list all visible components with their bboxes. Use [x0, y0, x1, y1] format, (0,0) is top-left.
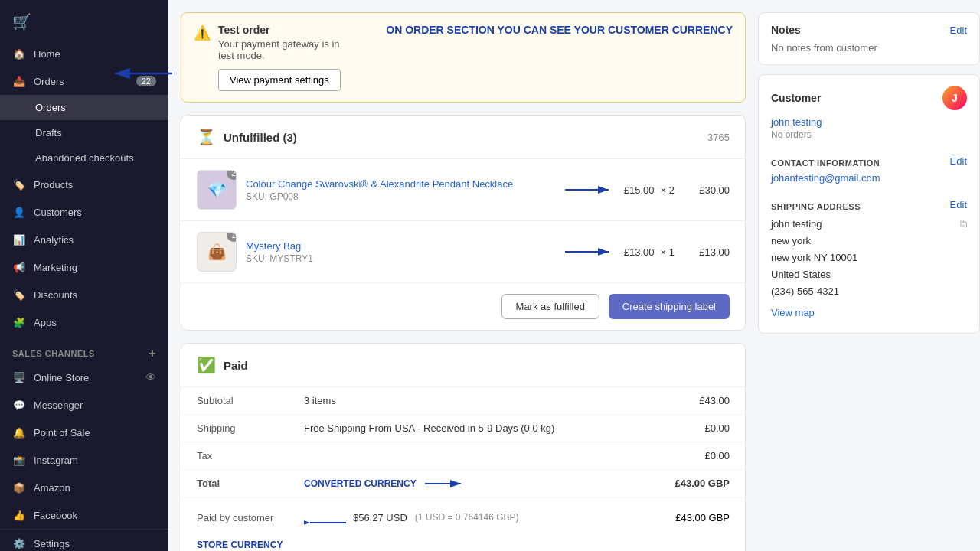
marketing-icon: 📢 [12, 260, 26, 274]
item-1-sku: SKU: GP008 [246, 191, 552, 202]
store-currency-annotation-row: STORE CURRENCY [181, 536, 745, 551]
add-sales-channel-icon[interactable]: + [149, 347, 156, 360]
customer-name-link[interactable]: john testing [771, 116, 822, 128]
shipping-address-header: SHIPPING ADDRESS Edit [771, 193, 967, 216]
customer-card: Customer J john testing No orders CONTAC… [758, 74, 980, 334]
sidebar-item-discounts[interactable]: 🏷️ Discounts [0, 281, 168, 308]
shipping-amount: £0.00 [668, 422, 730, 434]
sidebar-item-analytics[interactable]: 📊 Analytics [0, 226, 168, 253]
paid-by-customer-label: Paid by customer [197, 512, 304, 523]
paid-status-label: Paid [224, 359, 730, 372]
shipping-address-edit[interactable]: Edit [950, 199, 967, 210]
item-2-name[interactable]: Mystery Bag [246, 240, 552, 252]
item-1-image: 💎 2 [197, 170, 237, 210]
contact-info-header: CONTACT INFORMATION Edit [771, 149, 967, 172]
notes-card: Notes Edit No notes from customer [758, 12, 980, 65]
sidebar-item-products[interactable]: 🏷️ Products [0, 171, 168, 198]
item-2-sku: SKU: MYSTRY1 [246, 253, 552, 264]
order-item-1: 💎 2 Colour Change Swarovski® & Alexandri… [181, 159, 745, 221]
warning-icon: ⚠️ [194, 24, 211, 41]
notes-title: Notes [771, 24, 801, 36]
item-2-total: £13.00 [684, 246, 730, 258]
tax-label: Tax [197, 450, 304, 461]
sidebar-item-orders-sub[interactable]: Orders [0, 95, 168, 120]
address-line3: new york NY 10001 [771, 249, 858, 266]
item-2-image: 👜 1 [197, 232, 237, 272]
sidebar-label-amazon: Amazon [34, 482, 70, 494]
products-icon: 🏷️ [12, 178, 26, 191]
settings-icon: ⚙️ [12, 536, 26, 550]
item-2-details: Mystery Bag SKU: MYSTRY1 [246, 240, 552, 264]
address-line2: new york [771, 233, 858, 249]
amazon-icon: 📦 [12, 481, 26, 494]
orders-badge: 22 [136, 76, 156, 86]
paid-table: Subtotal 3 items £43.00 Shipping Free Sh… [181, 387, 745, 536]
view-payment-settings-button[interactable]: View payment settings [218, 69, 341, 91]
copy-address-icon[interactable]: ⧉ [960, 216, 967, 233]
sales-channels-label: SALES CHANNELS [12, 349, 95, 358]
sidebar-item-marketing[interactable]: 📢 Marketing [0, 253, 168, 281]
contact-info-edit[interactable]: Edit [950, 155, 967, 167]
sales-channels-section: SALES CHANNELS + [0, 336, 168, 364]
shipping-desc: Free Shipping From USA - Received in 5-9… [304, 422, 668, 434]
item-2-unit-price: £13.00 [624, 246, 655, 258]
paid-row-total: Total CONVERTED CURRENCY £43.00 GBP [181, 470, 745, 498]
shipping-address-block: john testing new york new york NY 10001 … [771, 216, 967, 322]
sidebar-item-customers[interactable]: 👤 Customers [0, 198, 168, 226]
sidebar-item-messenger[interactable]: 💬 Messenger [0, 391, 168, 419]
converted-arrow-svg [421, 478, 467, 490]
item-1-qty-badge: 2 [227, 170, 237, 180]
item-1-name[interactable]: Colour Change Swarovski® & Alexandrite P… [246, 178, 552, 190]
sidebar-item-orders[interactable]: 📥 Orders 22 [0, 67, 168, 95]
view-map-link[interactable]: View map [771, 305, 815, 321]
unfulfilled-card: ⏳ Unfulfilled (3) 3765 💎 2 Colour Change… [181, 115, 746, 331]
item-1-price: £15.00 × 2 [624, 184, 675, 196]
total-amount: £43.00 GBP [668, 478, 730, 490]
sidebar-item-facebook[interactable]: 👍 Facebook [0, 501, 168, 529]
instagram-icon: 📸 [12, 453, 26, 467]
sidebar-item-settings[interactable]: ⚙️ Settings [0, 529, 168, 551]
sidebar-label-orders-sub: Orders [35, 102, 66, 113]
customer-avatar: J [942, 86, 967, 110]
item-1-multiplier: × 2 [661, 184, 675, 196]
sidebar-label-abandoned: Abandoned checkouts [35, 152, 134, 164]
mark-as-fulfilled-button[interactable]: Mark as fulfilled [501, 294, 599, 319]
sidebar-item-abandoned[interactable]: Abandoned checkouts [0, 145, 168, 171]
test-order-title: Test order [218, 24, 354, 36]
test-order-banner: ⚠️ Test order Your payment gateway is in… [181, 12, 746, 103]
store-currency-label: STORE CURRENCY [197, 540, 283, 550]
sidebar-item-point-of-sale[interactable]: 🔔 Point of Sale [0, 419, 168, 446]
sidebar-item-online-store[interactable]: 🖥️ Online Store 👁 [0, 364, 168, 391]
address-line1: john testing [771, 216, 858, 233]
paid-card-header: ✅ Paid [181, 344, 745, 387]
home-icon: 🏠 [12, 47, 26, 60]
test-order-description: Your payment gateway is in test mode. [218, 38, 354, 61]
sidebar-item-drafts[interactable]: Drafts [0, 120, 168, 145]
paid-gbp: £43.00 GBP [668, 512, 730, 523]
create-shipping-label-button[interactable]: Create shipping label [609, 294, 730, 319]
paid-row-subtotal: Subtotal 3 items £43.00 [181, 387, 745, 415]
apps-icon: 🧩 [12, 315, 26, 329]
sidebar-item-amazon[interactable]: 📦 Amazon [0, 474, 168, 501]
online-store-icon: 🖥️ [12, 370, 26, 384]
sidebar-item-apps[interactable]: 🧩 Apps [0, 308, 168, 336]
item-1-unit-price: £15.00 [624, 184, 655, 196]
sidebar-label-marketing: Marketing [34, 262, 77, 273]
sidebar-item-instagram[interactable]: 📸 Instagram [0, 446, 168, 474]
online-store-eye-icon: 👁 [145, 371, 156, 383]
facebook-icon: 👍 [12, 508, 26, 522]
total-desc: CONVERTED CURRENCY [304, 478, 668, 490]
unfulfilled-card-header: ⏳ Unfulfilled (3) 3765 [181, 116, 745, 159]
customer-email[interactable]: johantesting@gmail.com [771, 172, 967, 184]
sidebar-label-instagram: Instagram [34, 455, 78, 466]
sidebar-item-home[interactable]: 🏠 Home [0, 40, 168, 67]
store-currency-arrow-svg [304, 506, 350, 529]
notes-edit-button[interactable]: Edit [950, 24, 967, 36]
sidebar-label-online-store: Online Store [34, 372, 89, 383]
sidebar-label-drafts: Drafts [35, 127, 62, 139]
exchange-rate: (1 USD = 0.764146 GBP) [415, 512, 519, 523]
right-panel: Notes Edit No notes from customer Custom… [758, 0, 980, 551]
customers-icon: 👤 [12, 205, 26, 219]
customer-header: Customer J [771, 86, 967, 110]
item-2-multiplier: × 1 [661, 246, 675, 258]
